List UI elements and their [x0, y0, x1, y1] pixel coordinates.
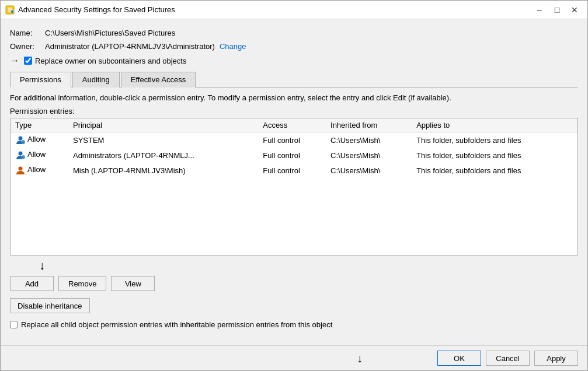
cancel-button[interactable]: Cancel: [486, 351, 530, 366]
replace-owner-checkbox[interactable]: [24, 57, 32, 65]
window-icon: [5, 5, 15, 15]
title-bar: Advanced Security Settings for Saved Pic…: [1, 1, 587, 19]
ok-button[interactable]: OK: [437, 351, 481, 366]
svg-point-5: [22, 155, 25, 159]
window: Advanced Security Settings for Saved Pic…: [0, 0, 588, 371]
svg-point-1: [11, 10, 14, 13]
svg-point-6: [19, 167, 23, 171]
arrow-down-icon: ↓: [39, 259, 45, 272]
table-row[interactable]: Allow Administrators (LAPTOP-4RNMLJ... F…: [11, 148, 577, 163]
tab-effective-access[interactable]: Effective Access: [121, 72, 196, 88]
replace-child-row: Replace all child object permission entr…: [10, 320, 578, 329]
bottom-arrow-down-icon: ↓: [357, 352, 363, 365]
apply-button[interactable]: Apply: [534, 351, 578, 366]
close-button[interactable]: ✕: [566, 3, 583, 17]
col-applies: Applies to: [412, 118, 577, 132]
replace-child-checkbox[interactable]: [10, 321, 18, 328]
cell-principal: Administrators (LAPTOP-4RNMLJ...: [68, 148, 258, 163]
name-field-row: Name: C:\Users\Mish\Pictures\Saved Pictu…: [10, 29, 578, 37]
arrow-right-icon: →: [10, 55, 19, 66]
svg-point-4: [19, 152, 23, 156]
col-access: Access: [258, 118, 326, 132]
owner-label: Owner:: [10, 42, 45, 51]
cell-inherited: C:\Users\Mish\: [326, 163, 412, 178]
svg-point-2: [19, 136, 23, 141]
name-label: Name:: [10, 29, 45, 37]
col-principal: Principal: [68, 118, 258, 132]
cell-access: Full control: [258, 148, 326, 163]
replace-owner-label[interactable]: Replace owner on subcontainers and objec…: [24, 57, 186, 65]
svg-point-3: [22, 140, 25, 144]
cell-applies: This folder, subfolders and files: [412, 163, 577, 178]
cell-type: Allow: [11, 132, 68, 148]
window-title: Advanced Security Settings for Saved Pic…: [18, 5, 531, 14]
replace-owner-row: → Replace owner on subcontainers and obj…: [10, 55, 578, 66]
cell-inherited: C:\Users\Mish\: [326, 132, 412, 148]
table-row[interactable]: Allow SYSTEM Full control C:\Users\Mish\…: [11, 132, 577, 148]
replace-child-text: Replace all child object permission entr…: [21, 320, 332, 329]
cell-access: Full control: [258, 163, 326, 178]
title-bar-controls: – □ ✕: [531, 3, 583, 17]
add-button[interactable]: Add: [10, 276, 54, 291]
view-button[interactable]: View: [111, 276, 155, 291]
cell-type: Allow: [11, 163, 68, 178]
tab-auditing[interactable]: Auditing: [72, 72, 120, 88]
col-inherited: Inherited from: [326, 118, 412, 132]
permission-table: Type Principal Access Inherited from App…: [11, 118, 577, 178]
owner-field-row: Owner: Administrator (LAPTOP-4RNMLJV3\Ad…: [10, 42, 578, 51]
replace-owner-text: Replace owner on subcontainers and objec…: [35, 57, 186, 65]
remove-button[interactable]: Remove: [58, 276, 106, 291]
disable-inheritance-button[interactable]: Disable inheritance: [10, 298, 90, 313]
cell-principal: SYSTEM: [68, 132, 258, 148]
disable-inheritance-row: Disable inheritance: [10, 298, 578, 313]
table-header-row: Type Principal Access Inherited from App…: [11, 118, 577, 132]
name-value: C:\Users\Mish\Pictures\Saved Pictures: [45, 29, 175, 37]
entries-label: Permission entries:: [10, 107, 578, 116]
cell-applies: This folder, subfolders and files: [412, 132, 577, 148]
cell-type: Allow: [11, 148, 68, 163]
action-buttons-row: Add Remove View: [10, 276, 578, 291]
main-content: Name: C:\Users\Mish\Pictures\Saved Pictu…: [1, 19, 587, 345]
cell-applies: This folder, subfolders and files: [412, 148, 577, 163]
cell-principal: Mish (LAPTOP-4RNMLJV3\Mish): [68, 163, 258, 178]
maximize-button[interactable]: □: [549, 3, 565, 17]
permission-table-container: Type Principal Access Inherited from App…: [10, 118, 578, 256]
info-text: For additional information, double-click…: [10, 93, 578, 102]
tabs-container: Permissions Auditing Effective Access: [10, 72, 578, 88]
tab-permissions[interactable]: Permissions: [10, 72, 71, 88]
cell-inherited: C:\Users\Mish\: [326, 148, 412, 163]
arrow-down-area: ↓: [10, 256, 578, 276]
bottom-arrow-area: ↓: [10, 352, 433, 365]
cell-access: Full control: [258, 132, 326, 148]
bottom-bar: ↓ OK Cancel Apply: [1, 345, 587, 370]
owner-value: Administrator (LAPTOP-4RNMLJV3\Administr…: [45, 42, 215, 51]
minimize-button[interactable]: –: [531, 3, 548, 17]
col-type: Type: [11, 118, 68, 132]
table-row[interactable]: Allow Mish (LAPTOP-4RNMLJV3\Mish) Full c…: [11, 163, 577, 178]
change-link[interactable]: Change: [220, 42, 246, 51]
